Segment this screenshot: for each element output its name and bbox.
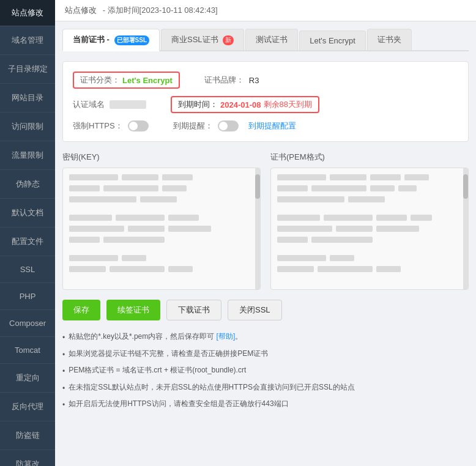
cert-https-row: 强制HTTPS： <box>73 120 149 131</box>
main-area: 站点修改 - 添加时间[2023-10-11 08:42:43] 当前证书 - … <box>55 0 476 466</box>
sidebar-item-traffic[interactable]: 流量限制 <box>0 141 55 170</box>
tab-letsencrypt[interactable]: Let's Encrypt <box>299 31 366 50</box>
tip-5: • 如开启后无法使用HTTPS访问，请检查安全组是否正确放行443端口 <box>62 398 469 412</box>
sidebar-item-access[interactable]: 访问限制 <box>0 113 55 141</box>
cert-expiry-days: 剩余88天到期 <box>264 99 312 110</box>
sidebar-item-redirect[interactable]: 重定向 <box>0 364 55 393</box>
tab-current-badge: 已部署SSL <box>114 35 149 45</box>
sidebar-item-anti-tamper[interactable]: 防篡改 <box>0 450 55 466</box>
sidebar-item-subdir[interactable]: 子目录绑定 <box>0 55 55 84</box>
cert-reminder-row: 到期提醒： 到期提醒配置 <box>173 120 296 131</box>
tab-bar: 当前证书 - 已部署SSL 商业SSL证书 新 测试证书 Let's Encry… <box>62 29 469 51</box>
sidebar-item-config[interactable]: 配置文件 <box>0 227 55 256</box>
cert-expiry-row: 到期时间： 2024-01-08 剩余88天到期 <box>171 96 319 113</box>
cert-info-card: 证书分类： Let's Encrypt 证书品牌： R3 认证域名 <box>62 61 469 142</box>
cert-brand-row: 证书品牌： R3 <box>204 75 259 86</box>
sidebar-title: 站点修改 <box>0 0 55 26</box>
cert-brand-label: 证书品牌： <box>204 75 244 86</box>
topbar-title: 站点修改 - 添加时间[2023-10-11 08:42:43] <box>65 5 218 16</box>
tip-4-text: 在未指定SSL默认站点时，未开启SSL的站点使用HTTPS会直接访问到已开启SS… <box>69 381 354 394</box>
cert-domain-row: 认证域名 <box>73 99 146 110</box>
content-area: 当前证书 - 已部署SSL 商业SSL证书 新 测试证书 Let's Encry… <box>55 21 476 466</box>
cert-panel: 证书(PEM格式) <box>270 152 469 290</box>
save-button[interactable]: 保存 <box>62 300 100 320</box>
reminder-config-link[interactable]: 到期提醒配置 <box>248 120 296 131</box>
renew-button[interactable]: 续签证书 <box>106 300 160 320</box>
topbar-subtitle: - 添加时间[2023-10-11 08:42:43] <box>103 6 218 15</box>
sidebar-item-pseudo-static[interactable]: 伪静态 <box>0 170 55 199</box>
sidebar-item-reverse-proxy[interactable]: 反向代理 <box>0 393 55 421</box>
tips-section: • 粘贴您的*.key以及*.pem内容，然后保存即可 [帮助]。 • 如果浏览… <box>62 330 469 412</box>
key-panel-box[interactable] <box>62 168 261 290</box>
topbar-site-name: 站点修改 <box>65 6 97 15</box>
cert-expiry-badge: 到期时间： 2024-01-08 剩余88天到期 <box>171 96 319 113</box>
sidebar-item-default-doc[interactable]: 默认文档 <box>0 199 55 227</box>
download-button[interactable]: 下载证书 <box>166 300 221 320</box>
reminder-toggle[interactable] <box>218 120 239 131</box>
sidebar-item-domain[interactable]: 域名管理 <box>0 26 55 55</box>
sidebar-item-ssl[interactable]: SSL <box>0 256 55 283</box>
tab-current[interactable]: 当前证书 - 已部署SSL <box>62 29 160 51</box>
key-panel-title: 密钥(KEY) <box>62 152 261 163</box>
tip-5-text: 如开启后无法使用HTTPS访问，请检查安全组是否正确放行443端口 <box>69 398 288 411</box>
close-ssl-button[interactable]: 关闭SSL <box>228 300 282 320</box>
tip-3-text: PEM格式证书 = 域名证书.crt + 根证书(root_bundle).cr… <box>69 364 246 377</box>
tip-1-bullet: • <box>62 331 65 345</box>
tip-2: • 如果浏览器提示证书链不完整，请检查是否正确拼接PEM证书 <box>62 347 469 362</box>
tab-current-label: 当前证书 - <box>73 35 112 44</box>
https-toggle[interactable] <box>128 120 149 131</box>
tab-commercial[interactable]: 商业SSL证书 新 <box>161 29 244 50</box>
action-buttons: 保存 续签证书 下载证书 关闭SSL <box>62 300 469 320</box>
topbar: 站点修改 - 添加时间[2023-10-11 08:42:43] <box>55 0 476 21</box>
cert-brand-value: R3 <box>249 76 259 85</box>
cert-category-badge: 证书分类： Let's Encrypt <box>73 72 180 89</box>
tip-3: • PEM格式证书 = 域名证书.crt + 根证书(root_bundle).… <box>62 364 469 379</box>
cert-domain-label: 认证域名 <box>73 99 105 110</box>
tab-test[interactable]: 测试证书 <box>245 29 298 50</box>
tab-commercial-label: 商业SSL证书 <box>171 35 218 44</box>
tip-5-bullet: • <box>62 399 65 412</box>
tip-3-bullet: • <box>62 365 65 379</box>
tip-1-text: 粘贴您的*.key以及*.pem内容，然后保存即可 [帮助]。 <box>69 330 242 344</box>
tip-4: • 在未指定SSL默认站点时，未开启SSL的站点使用HTTPS会直接访问到已开启… <box>62 381 469 396</box>
tip-2-text: 如果浏览器提示证书链不完整，请检查是否正确拼接PEM证书 <box>69 347 268 361</box>
key-panel: 密钥(KEY) <box>62 152 261 290</box>
cert-reminder-label: 到期提醒： <box>173 120 213 131</box>
help-link[interactable]: [帮助] <box>217 332 236 341</box>
cert-https-label: 强制HTTPS： <box>73 120 123 131</box>
cert-expiry-date: 2024-01-08 <box>220 100 261 109</box>
cert-category-value: Let's Encrypt <box>122 76 173 85</box>
tip-1: • 粘贴您的*.key以及*.pem内容，然后保存即可 [帮助]。 <box>62 330 469 345</box>
sidebar-item-composer[interactable]: Composer <box>0 310 55 337</box>
sidebar-item-tomcat[interactable]: Tomcat <box>0 337 55 364</box>
sidebar-item-anti-leech[interactable]: 防盗链 <box>0 421 55 450</box>
cert-panel-title: 证书(PEM格式) <box>270 152 469 163</box>
tab-commercial-badge: 新 <box>223 35 234 45</box>
sidebar-item-site-dir[interactable]: 网站目录 <box>0 84 55 113</box>
key-cert-panels: 密钥(KEY) <box>62 152 469 290</box>
tab-certfolder[interactable]: 证书夹 <box>367 29 412 50</box>
tip-2-bullet: • <box>62 349 65 362</box>
cert-panel-box[interactable] <box>270 168 469 290</box>
cert-expiry-label: 到期时间： <box>178 99 218 110</box>
cert-domain-blur <box>110 100 146 109</box>
cert-category-label: 证书分类： <box>80 75 120 86</box>
cert-category-row: 证书分类： Let's Encrypt <box>73 72 180 89</box>
sidebar: 站点修改 域名管理 子目录绑定 网站目录 访问限制 流量限制 伪静态 默认文档 … <box>0 0 55 466</box>
sidebar-item-php[interactable]: PHP <box>0 283 55 310</box>
tip-4-bullet: • <box>62 382 65 396</box>
